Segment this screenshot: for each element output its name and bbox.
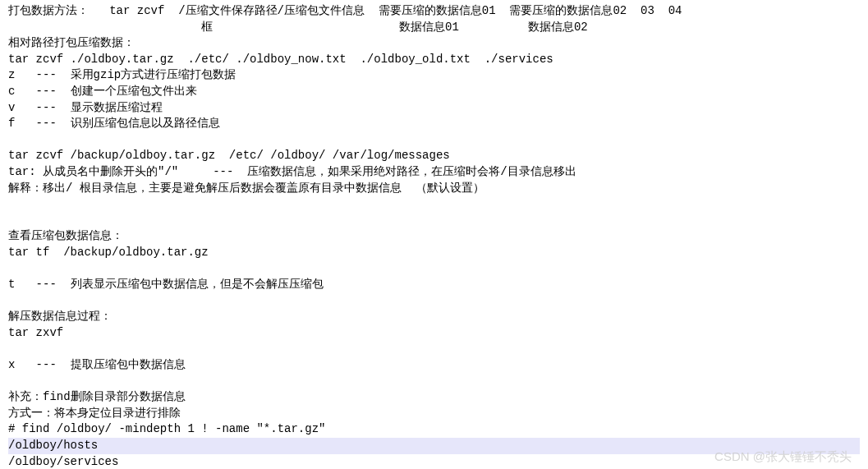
doc-line (8, 293, 860, 310)
doc-line: tar zxvf (8, 325, 860, 342)
doc-line: c --- 创建一个压缩包文件出来 (8, 84, 860, 100)
doc-line (8, 196, 860, 213)
doc-line: 解压数据信息过程： (8, 309, 860, 325)
doc-line: f --- 识别压缩包信息以及路径信息 (8, 116, 860, 132)
doc-line: z --- 采用gzip方式进行压缩打包数据 (8, 67, 860, 84)
doc-line: t --- 列表显示压缩包中数据信息，但是不会解压压缩包 (8, 277, 860, 293)
doc-line: 解释：移出/ 根目录信息，主要是避免解压后数据会覆盖原有目录中数据信息 （默认设… (8, 181, 860, 197)
doc-line: v --- 显示数据压缩过程 (8, 100, 860, 117)
doc-line: x --- 提取压缩包中数据信息 (8, 357, 860, 374)
doc-line (8, 374, 860, 390)
doc-line: tar zcvf ./oldboy.tar.gz ./etc/ ./oldboy… (8, 52, 860, 68)
doc-line: 打包数据方法： tar zcvf /压缩文件保存路径/压缩包文件信息 需要压缩的… (8, 3, 860, 20)
doc-line: # find /oldboy/ -mindepth 1 ! -name "*.t… (8, 421, 860, 438)
doc-line: tar: 从成员名中删除开头的"/" --- 压缩数据信息，如果采用绝对路径，在… (8, 164, 860, 181)
doc-line: 框 数据信息01 数据信息02 (8, 20, 860, 36)
watermark-text: CSDN @张大锤锤不秃头 (714, 448, 852, 465)
doc-line: tar tf /backup/oldboy.tar.gz (8, 245, 860, 261)
doc-line: 补充：find删除目录部分数据信息 (8, 389, 860, 406)
doc-line (8, 132, 860, 149)
doc-line (8, 213, 860, 229)
doc-line: tar zcvf /backup/oldboy.tar.gz /etc/ /ol… (8, 148, 860, 164)
doc-line (8, 261, 860, 278)
doc-line (8, 341, 860, 357)
doc-line: 查看压缩包数据信息： (8, 228, 860, 245)
doc-line: 相对路径打包压缩数据： (8, 35, 860, 52)
doc-line: 方式一：将本身定位目录进行排除 (8, 406, 860, 422)
